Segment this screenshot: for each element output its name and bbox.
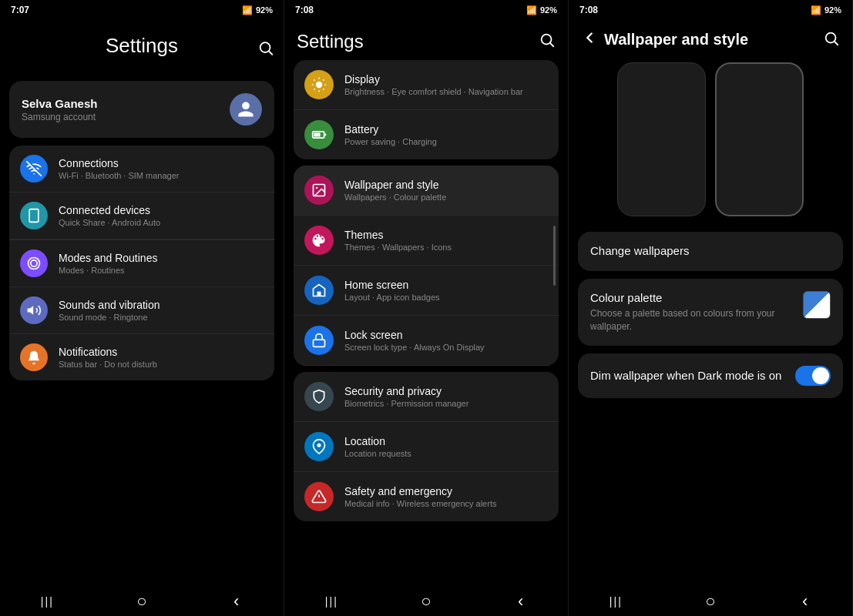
status-icons-3: 📶 92% — [811, 5, 841, 15]
status-bar-1: 7:07 📶 92% — [0, 0, 284, 18]
p2-header: Settings — [284, 18, 568, 60]
p2-item-display[interactable]: Display Brightness · Eye comfort shield … — [294, 60, 559, 110]
nav-home-1[interactable]: ○ — [133, 593, 150, 610]
back-button[interactable] — [581, 29, 598, 50]
safety-icon — [304, 482, 334, 511]
modes-icon — [20, 249, 48, 277]
settings-item-sounds[interactable]: Sounds and vibration Sound mode · Ringto… — [9, 287, 274, 334]
modes-label: Modes and Routines — [59, 252, 157, 264]
safety-subtitle: Medical info · Wireless emergency alerts — [344, 499, 496, 508]
security-label: Security and privacy — [344, 385, 468, 397]
change-wallpapers-option[interactable]: Change wallpapers — [578, 232, 843, 271]
account-name: Selva Ganesh — [22, 97, 97, 110]
battery-icon — [304, 120, 334, 149]
svg-marker-4 — [28, 306, 34, 315]
settings-item-connections[interactable]: Connections Wi-Fi · Bluetooth · SIM mana… — [9, 146, 274, 192]
modes-subtitle: Modes · Routines — [59, 266, 157, 275]
p2-item-wallpaper[interactable]: Wallpaper and style Wallpapers · Colour … — [294, 166, 559, 216]
safety-label: Safety and emergency — [344, 485, 496, 497]
scroll-indicator — [553, 226, 556, 286]
connected-devices-label: Connected devices — [59, 204, 160, 216]
change-wallpapers-label: Change wallpapers — [590, 244, 689, 257]
modes-text: Modes and Routines Modes · Routines — [59, 252, 157, 275]
battery-text: Battery Power saving · Charging — [344, 123, 437, 146]
nav-home-2[interactable]: ○ — [418, 593, 435, 610]
location-subtitle: Location requests — [344, 449, 411, 458]
connections-text: Connections Wi-Fi · Bluetooth · SIM mana… — [59, 157, 180, 180]
connections-subtitle: Wi-Fi · Bluetooth · SIM manager — [59, 171, 180, 180]
nav-menu-2[interactable]: ||| — [323, 593, 340, 610]
avatar — [230, 93, 262, 126]
search-button-2[interactable] — [539, 32, 556, 52]
display-subtitle: Brightness · Eye comfort shield · Naviga… — [344, 87, 523, 96]
lockscreen-subtitle: Screen lock type · Always On Display — [344, 343, 485, 352]
svg-line-26 — [835, 42, 838, 45]
lockscreen-icon — [304, 326, 334, 355]
svg-point-19 — [316, 187, 318, 189]
display-text: Display Brightness · Eye comfort shield … — [344, 73, 523, 96]
battery-1: 92% — [256, 5, 273, 15]
search-button-3[interactable] — [823, 30, 840, 50]
wallpaper-subtitle: Wallpapers · Colour palette — [344, 192, 446, 202]
p3-header-left: Wallpaper and style — [581, 29, 748, 50]
p2-item-security[interactable]: Security and privacy Biometrics · Permis… — [294, 372, 559, 422]
p2-group-2: Wallpaper and style Wallpapers · Colour … — [294, 166, 559, 366]
svg-rect-2 — [29, 209, 39, 223]
settings-item-connected-devices[interactable]: Connected devices Quick Share · Android … — [9, 192, 274, 239]
wp-preview-1[interactable] — [617, 62, 706, 216]
svg-point-7 — [316, 82, 322, 88]
toggle-knob — [812, 367, 829, 384]
account-subtitle: Samsung account — [22, 112, 97, 122]
account-card[interactable]: Selva Ganesh Samsung account — [9, 81, 274, 138]
signal-icon-2: 📶 — [526, 5, 537, 15]
palette-swatch — [803, 291, 831, 319]
location-label: Location — [344, 435, 411, 447]
nav-back-3[interactable]: ‹ — [797, 593, 814, 610]
nav-menu-1[interactable]: ||| — [39, 593, 55, 610]
settings-item-modes[interactable]: Modes and Routines Modes · Routines — [9, 240, 274, 287]
p2-item-homescreen[interactable]: Home screen Layout · App icon badges — [294, 266, 559, 316]
themes-subtitle: Themes · Wallpapers · Icons — [344, 243, 452, 252]
settings-item-notifications[interactable]: Notifications Status bar · Do not distur… — [9, 334, 274, 380]
security-icon — [304, 382, 334, 411]
notifications-text: Notifications Status bar · Do not distur… — [59, 346, 157, 369]
p1-title-area: Settings — [9, 18, 274, 81]
sounds-text: Sounds and vibration Sound mode · Ringto… — [59, 299, 160, 322]
svg-line-11 — [323, 89, 324, 89]
p2-item-lockscreen[interactable]: Lock screen Screen lock type · Always On… — [294, 316, 559, 366]
svg-line-10 — [314, 80, 315, 81]
lockscreen-text: Lock screen Screen lock type · Always On… — [344, 329, 485, 352]
dim-toggle[interactable] — [795, 366, 831, 386]
sounds-subtitle: Sound mode · Ringtone — [59, 313, 160, 322]
wp-preview-2[interactable] — [715, 62, 804, 216]
p2-item-themes[interactable]: Themes Themes · Wallpapers · Icons — [294, 216, 559, 266]
sounds-label: Sounds and vibration — [59, 299, 160, 311]
connected-devices-text: Connected devices Quick Share · Android … — [59, 204, 160, 227]
safety-text: Safety and emergency Medical info · Wire… — [344, 485, 496, 508]
status-bar-3: 7:08 📶 92% — [569, 0, 852, 18]
wallpaper-label: Wallpaper and style — [344, 179, 446, 191]
nav-back-2[interactable]: ‹ — [512, 593, 529, 610]
dim-wallpaper-label: Dim wallpaper when Dark mode is on — [590, 369, 781, 382]
location-icon — [304, 432, 334, 461]
svg-rect-20 — [317, 292, 321, 296]
homescreen-icon — [304, 276, 334, 305]
svg-point-5 — [542, 35, 552, 45]
nav-back-1[interactable]: ‹ — [228, 593, 245, 610]
panel-3: 7:08 📶 92% Wallpaper and style — [569, 0, 853, 616]
p2-item-battery[interactable]: Battery Power saving · Charging — [294, 110, 559, 159]
homescreen-subtitle: Layout · App icon badges — [344, 293, 440, 302]
notifications-icon — [20, 343, 48, 371]
settings-group-1: Connections Wi-Fi · Bluetooth · SIM mana… — [9, 146, 274, 380]
p2-item-location[interactable]: Location Location requests — [294, 422, 559, 472]
connections-label: Connections — [59, 157, 180, 169]
search-button-1[interactable] — [257, 39, 274, 60]
dim-wallpaper-option[interactable]: Dim wallpaper when Dark mode is on — [578, 353, 843, 398]
p2-item-safety[interactable]: Safety and emergency Medical info · Wire… — [294, 472, 559, 521]
p1-content: Settings Selva Ganesh Samsung account — [0, 18, 284, 585]
panel-1: 7:07 📶 92% Settings Selva Ganesh Samsung… — [0, 0, 284, 616]
signal-icon-3: 📶 — [811, 5, 821, 15]
nav-menu-3[interactable]: ||| — [607, 593, 624, 610]
colour-palette-option[interactable]: Colour palette Choose a palette based on… — [578, 279, 843, 346]
nav-home-3[interactable]: ○ — [702, 593, 719, 610]
